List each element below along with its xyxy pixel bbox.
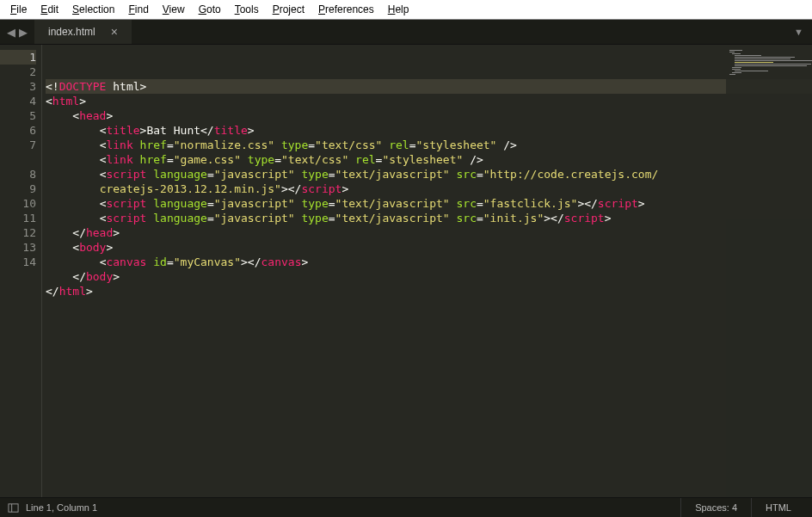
nav-arrows: ◀ ▶: [0, 26, 34, 39]
line-number: 2: [0, 65, 36, 79]
code-line: <script language="javascript" type="text…: [46, 167, 812, 182]
line-number: 14: [0, 255, 36, 269]
code-line: <head>: [46, 108, 812, 123]
code-area[interactable]: <!DOCTYPE html><html> <head> <title>Bat …: [42, 45, 812, 497]
menu-file[interactable]: File: [3, 2, 34, 17]
code-line: <script language="javascript" type="text…: [46, 196, 812, 211]
line-number: 11: [0, 211, 36, 225]
menu-tools[interactable]: Tools: [228, 2, 266, 17]
tab-bar: ◀ ▶ index.html × ▼: [0, 20, 812, 45]
code-line: <link href="normalize.css" type="text/cs…: [46, 138, 812, 152]
indent-setting[interactable]: Spaces: 4: [680, 498, 751, 517]
menu-project[interactable]: Project: [266, 2, 311, 17]
code-line: createjs-2013.12.12.min.js"></script>: [46, 182, 812, 196]
menu-goto[interactable]: Goto: [192, 2, 228, 17]
cursor-position[interactable]: Line 1, Column 1: [26, 502, 97, 513]
line-number: 1: [0, 50, 36, 65]
code-line: <title>Bat Hunt</title>: [46, 123, 812, 138]
code-line: <script language="javascript" type="text…: [46, 211, 812, 225]
menu-help[interactable]: Help: [381, 2, 416, 17]
tab-label: index.html: [48, 26, 95, 38]
svg-rect-0: [8, 503, 17, 511]
code-line: <html>: [46, 94, 812, 108]
status-bar: Line 1, Column 1 Spaces: 4 HTML: [0, 497, 812, 517]
code-line: </body>: [46, 269, 812, 284]
code-line: </html>: [46, 284, 812, 299]
line-number: 8: [0, 167, 36, 182]
code-line: </head>: [46, 225, 812, 240]
tab-active[interactable]: index.html ×: [34, 20, 132, 44]
line-number: 9: [0, 182, 36, 196]
menu-bar: FileEditSelectionFindViewGotoToolsProjec…: [0, 0, 812, 20]
line-number: 6: [0, 123, 36, 138]
line-number: 13: [0, 240, 36, 255]
editor-area: 1234567891011121314 <!DOCTYPE html><html…: [0, 45, 812, 497]
line-gutter[interactable]: 1234567891011121314: [0, 45, 42, 497]
menu-edit[interactable]: Edit: [34, 2, 65, 17]
line-number: [0, 152, 36, 167]
panel-switch-icon[interactable]: [7, 502, 19, 514]
minimap[interactable]: [726, 45, 812, 497]
tab-overflow-icon[interactable]: ▼: [785, 27, 812, 37]
line-number: 12: [0, 225, 36, 240]
line-number: 5: [0, 108, 36, 123]
line-number: 10: [0, 196, 36, 211]
editor-window: FileEditSelectionFindViewGotoToolsProjec…: [0, 0, 812, 517]
menu-preferences[interactable]: Preferences: [311, 2, 381, 17]
line-number: 3: [0, 79, 36, 94]
line-number: 7: [0, 138, 36, 152]
tab-close-icon[interactable]: ×: [111, 26, 118, 38]
line-number: 4: [0, 94, 36, 108]
code-line: <canvas id="myCanvas"></canvas>: [46, 255, 812, 269]
menu-view[interactable]: View: [156, 2, 192, 17]
code-line: <link href="game.css" type="text/css" re…: [46, 152, 812, 167]
menu-selection[interactable]: Selection: [65, 2, 121, 17]
nav-back-icon[interactable]: ◀: [7, 26, 15, 39]
code-line: <!DOCTYPE html>: [46, 79, 812, 94]
menu-find[interactable]: Find: [121, 2, 155, 17]
code-line: <body>: [46, 240, 812, 255]
syntax-setting[interactable]: HTML: [751, 498, 805, 517]
nav-forward-icon[interactable]: ▶: [19, 26, 28, 39]
